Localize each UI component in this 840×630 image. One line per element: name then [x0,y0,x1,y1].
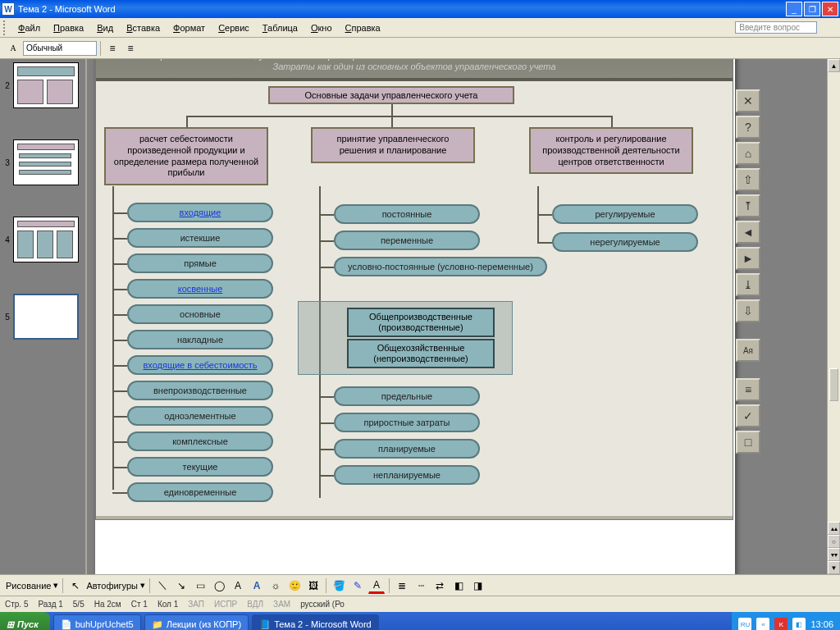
antivirus-icon[interactable]: K [774,618,788,630]
rectangle-icon[interactable]: ▭ [192,578,208,594]
tray-icon[interactable]: « [756,618,769,630]
col2-top-item-1: переменные [334,231,480,250]
prev-page-icon[interactable]: ▴▴ [828,522,840,535]
menu-file[interactable]: Файл [11,21,47,34]
presentation-subtitle: Тема 2. Затраты: их поведение, учет и кл… [104,59,724,61]
diagram-icon[interactable]: ☼ [267,578,284,594]
last-icon[interactable]: ⤓ [736,273,760,296]
word-icon: W [2,2,15,16]
picture-icon[interactable]: 🖼 [305,578,322,594]
status-bar: Стр. 5 Разд 1 5/5 На 2см Ст 1 Кол 1 ЗАП … [0,596,840,612]
autoshapes-menu[interactable]: Автофигуры [86,581,138,591]
sub-box-2: Общехозяйственные (непроизводственные) [347,339,495,368]
status-section: Разд 1 [38,600,62,609]
restore-button[interactable]: ❐ [804,2,820,16]
top-icon[interactable]: ⤒ [736,194,760,217]
thumbnail-pane: 2 3 4 5 [0,59,87,574]
oval-icon[interactable]: ◯ [211,578,227,594]
clipart-icon[interactable]: 🙂 [286,578,303,594]
document-surface[interactable]: Бухгалтерский (управленческий) учет Тема… [87,59,840,574]
language-indicator[interactable]: RU [738,618,751,630]
category-2: принятие управленческого решения и плани… [311,127,475,163]
thumbnail-page-3[interactable] [13,139,79,185]
scroll-thumb[interactable] [829,368,838,401]
3d-icon[interactable]: ◨ [469,578,486,594]
close-button[interactable]: ✕ [822,2,838,16]
menu-edit[interactable]: Правка [47,21,90,34]
col2-bottom-item-3: непланируемые [334,465,480,485]
col1-item-0[interactable]: входящие [127,203,273,222]
col1-item-10: текущие [127,457,273,477]
dash-style-icon[interactable]: ┄ [413,578,429,594]
menu-service[interactable]: Сервис [212,21,256,34]
line-icon[interactable]: ＼ [154,578,171,594]
col1-item-3[interactable]: косвенные [127,279,273,299]
close-icon[interactable]: ✕ [736,89,760,112]
start-button[interactable]: ⊞ Пуск [0,612,50,630]
menu-insert[interactable]: Вставка [120,21,167,34]
clock[interactable]: 13:06 [810,619,833,629]
align-center-icon[interactable]: ≡ [122,40,139,57]
down-icon[interactable]: ⇩ [736,299,760,322]
styles-button[interactable]: A [5,40,21,57]
next-icon[interactable]: ► [736,247,760,270]
line-color-icon[interactable]: ✎ [349,578,366,594]
taskbar-item-3[interactable]: 📘 Тема 2 - Microsoft Word [252,614,379,630]
status-position: На 2см [94,600,121,609]
toolbar-grip[interactable] [3,21,8,35]
col3-item-1: нерегулируемые [552,232,698,252]
tray-icon-2[interactable]: ◧ [792,618,806,630]
presentation-controls: ✕ ? ⌂ ⇧ ⤒ ◄ ► ⤓ ⇩ Ая ≡ ✓ □ [736,89,764,454]
col1-item-1: истекшие [127,228,273,248]
align-left-icon[interactable]: ≡ [104,40,121,57]
ask-question-box[interactable]: Введите вопрос [735,21,817,34]
arrow-style-icon[interactable]: ⇄ [431,578,448,594]
minimize-button[interactable]: _ [786,2,802,16]
check-icon[interactable]: ✓ [736,404,760,427]
col1-item-2: прямые [127,253,273,273]
menu-window[interactable]: Окно [304,21,339,34]
windows-logo-icon: ⊞ [7,619,14,630]
menu-table[interactable]: Таблица [256,21,304,34]
taskbar: ⊞ Пуск 📄 buhUprUchet5 📁 Лекции (из КОПР)… [0,612,840,630]
thumbnail-page-4[interactable] [13,217,79,262]
thumbnail-page-2[interactable] [13,62,79,108]
prev-icon[interactable]: ◄ [736,221,760,244]
thumbnail-page-5[interactable] [13,294,79,340]
vertical-scrollbar[interactable]: ▲ ▴▴ ○ ▾▾ ▼ [827,59,840,574]
square-icon[interactable]: □ [736,431,760,454]
col1-item-11: единовременные [127,482,273,502]
embedded-presentation: Бухгалтерский (управленческий) учет Тема… [95,59,733,520]
status-pages: 5/5 [73,600,84,609]
font-color-icon[interactable]: A [368,578,385,594]
fill-color-icon[interactable]: 🪣 [331,578,347,594]
shadow-icon[interactable]: ◧ [450,578,467,594]
up-icon[interactable]: ⇧ [736,168,760,191]
lang-icon[interactable]: Ая [736,339,760,362]
help-icon[interactable]: ? [736,116,760,139]
line-style-icon[interactable]: ≣ [394,578,410,594]
style-combo[interactable]: Обычный [23,41,97,56]
category-3: контроль и регулирование производственно… [529,127,693,174]
menu-help[interactable]: Справка [339,21,387,34]
menu-format[interactable]: Формат [167,21,212,34]
wordart-icon[interactable]: A [249,578,265,594]
col2-bottom-item-1: приростные затраты [334,413,480,432]
taskbar-item-2[interactable]: 📁 Лекции (из КОПР) [144,614,249,630]
col1-item-6[interactable]: входящие в себестоимость [127,355,273,375]
col1-item-7: внепроизводственные [127,381,273,400]
next-page-icon[interactable]: ▾▾ [828,548,840,561]
menu-view[interactable]: Вид [90,21,120,34]
col3-item-0: регулируемые [552,204,698,224]
list-icon[interactable]: ≡ [736,378,760,401]
textbox-icon[interactable]: A [230,578,246,594]
browse-object-icon[interactable]: ○ [828,535,840,548]
scroll-up-icon[interactable]: ▲ [828,59,840,72]
taskbar-item-1[interactable]: 📄 buhUprUchet5 [53,614,141,630]
arrow-icon[interactable]: ↘ [173,578,189,594]
select-arrow-icon[interactable]: ↖ [67,578,84,594]
category-1: расчет себестоимости произведенной проду… [104,127,268,185]
home-icon[interactable]: ⌂ [736,142,760,165]
drawing-menu[interactable]: Рисование [6,581,51,591]
scroll-down-icon[interactable]: ▼ [828,561,840,574]
